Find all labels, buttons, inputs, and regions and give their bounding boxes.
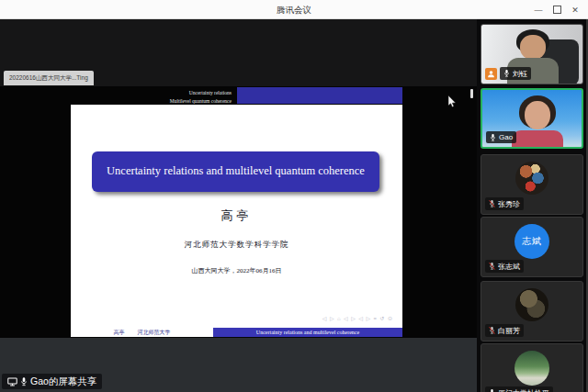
window-controls: — ✕ bbox=[529, 0, 584, 19]
video-person-shirt bbox=[512, 130, 563, 149]
slide-author: 高亭 bbox=[71, 207, 402, 224]
slide-venue-date: 山西大同大学，2022年06月16日 bbox=[71, 266, 402, 275]
participant-name-label: 张志斌 bbox=[485, 260, 524, 273]
participant-name: 刘钰 bbox=[513, 69, 527, 79]
participant-tile[interactable]: 厦门大学杜拴平 bbox=[481, 343, 583, 392]
mic-icon bbox=[20, 376, 28, 387]
slide-header-line2: Multilevel quantum coherence bbox=[170, 97, 232, 106]
slide-footer-title: Uncertainty relations and multilevel coh… bbox=[213, 328, 402, 337]
person-icon bbox=[487, 70, 495, 78]
monitor-icon bbox=[7, 377, 17, 386]
meeting-window: 腾讯会议 — ✕ 20220616山西大同大学...Ting Uncertain… bbox=[0, 0, 588, 392]
host-badge bbox=[485, 68, 497, 80]
participant-tile[interactable]: 志斌 张志斌 bbox=[481, 217, 583, 277]
participant-name-label: Gao bbox=[486, 131, 516, 143]
pdf-document-tab[interactable]: 20220616山西大同大学...Ting bbox=[4, 71, 94, 85]
video-person-face bbox=[525, 101, 550, 129]
participant-name: 张秀珍 bbox=[498, 199, 520, 209]
participant-name-label: 张秀珍 bbox=[485, 197, 524, 210]
slide-footer: 高亭 河北师范大学 Uncertainty relations and mult… bbox=[71, 328, 402, 337]
participant-tile-active-speaker[interactable]: Gao bbox=[481, 88, 583, 149]
screen-share-panel: 20220616山西大同大学...Ting Uncertainty relati… bbox=[0, 19, 477, 392]
minimize-button[interactable]: — bbox=[529, 0, 548, 19]
slide-footer-author: 高亭 bbox=[114, 328, 125, 337]
participant-avatar bbox=[514, 351, 549, 386]
slide-title-box: Uncertainty relations and multilevel qua… bbox=[92, 151, 379, 192]
presentation-slide: Uncertainty relations and multilevel qua… bbox=[71, 105, 402, 328]
beamer-navigation-icons: ◁ ▷ ⌂ ◁ ▷ ◁ ▷ ≡ ↺ ⊙ bbox=[322, 315, 393, 321]
maximize-icon bbox=[553, 6, 561, 14]
mic-muted-icon bbox=[489, 199, 495, 208]
participant-name-label: 刘钰 bbox=[500, 67, 531, 80]
mic-muted-icon bbox=[489, 262, 495, 271]
shared-pdf-viewport: Uncertainty relations Multilevel quantum… bbox=[0, 86, 477, 338]
participant-tile[interactable]: 张秀珍 bbox=[481, 154, 583, 215]
participant-name-label: 厦门大学杜拴平 bbox=[485, 386, 553, 392]
slide-header-blue-bar bbox=[237, 87, 402, 104]
participant-avatar bbox=[515, 162, 548, 195]
screen-share-status-badge: Gao的屏幕共享 bbox=[2, 374, 102, 389]
participant-name: 厦门大学杜拴平 bbox=[498, 388, 549, 392]
participant-avatar bbox=[515, 288, 548, 321]
mic-on-icon bbox=[490, 133, 496, 142]
slide-footer-affiliation: 河北师范大学 bbox=[138, 328, 171, 337]
screen-share-label: Gao的屏幕共享 bbox=[30, 375, 96, 388]
mic-on-icon bbox=[489, 388, 495, 392]
slide-header-line1: Uncertainty relations bbox=[170, 89, 232, 97]
mic-muted-icon bbox=[489, 326, 495, 335]
slide-header-outline: Uncertainty relations Multilevel quantum… bbox=[170, 89, 232, 105]
window-titlebar: 腾讯会议 — ✕ bbox=[0, 0, 588, 19]
pdf-scrollbar[interactable] bbox=[470, 89, 473, 98]
mouse-cursor-icon bbox=[447, 95, 457, 108]
participant-tile[interactable]: 刘钰 bbox=[481, 24, 583, 84]
participant-name: 张志斌 bbox=[498, 262, 520, 272]
video-person-face bbox=[520, 35, 546, 60]
maximize-button[interactable] bbox=[548, 0, 566, 19]
mic-on-icon bbox=[503, 69, 510, 78]
participants-sidebar: 刘钰 Gao bbox=[477, 19, 588, 392]
participant-name: Gao bbox=[499, 133, 513, 141]
slide-footer-left: 高亭 河北师范大学 bbox=[71, 328, 213, 337]
participant-avatar-initials: 志斌 bbox=[514, 224, 549, 259]
slide-affiliation: 河北师范大学数学科学学院 bbox=[71, 240, 402, 251]
window-title: 腾讯会议 bbox=[0, 0, 588, 19]
close-button[interactable]: ✕ bbox=[566, 0, 584, 19]
participant-name-label: 白丽芳 bbox=[485, 324, 524, 337]
participant-name: 白丽芳 bbox=[498, 326, 520, 336]
shared-app-chrome: 20220616山西大同大学...Ting bbox=[0, 19, 477, 86]
participant-tile[interactable]: 白丽芳 bbox=[481, 281, 583, 342]
